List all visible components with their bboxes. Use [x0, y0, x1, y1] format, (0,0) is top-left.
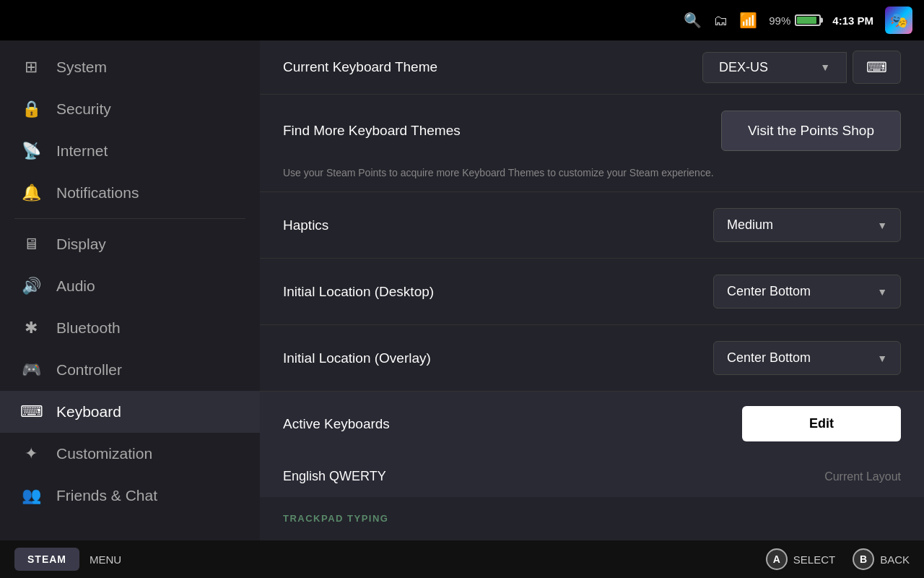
initial-location-overlay-row: Initial Location (Overlay) Center Bottom…	[260, 325, 924, 391]
sidebar-label-customization: Customization	[56, 445, 152, 462]
audio-icon: 🔊	[20, 277, 42, 296]
display-icon: 🖥	[20, 235, 42, 254]
initial-location-overlay-label: Initial Location (Overlay)	[283, 350, 431, 366]
topbar: 🔍 🗂 📶 99% 4:13 PM 🎭	[0, 0, 924, 40]
haptics-label: Haptics	[283, 217, 328, 233]
select-action: A SELECT	[766, 548, 835, 570]
back-label: BACK	[880, 553, 910, 566]
sidebar-label-audio: Audio	[56, 277, 95, 295]
sidebar-item-notifications[interactable]: 🔔 Notifications	[0, 172, 260, 214]
sidebar-label-friends: Friends & Chat	[56, 487, 157, 504]
b-button[interactable]: B	[853, 548, 874, 570]
controller-icon: 🎮	[20, 361, 42, 379]
internet-icon: 📡	[20, 142, 42, 160]
edit-button[interactable]: Edit	[742, 406, 901, 441]
theme-select-container: DEX-US ▼ ⌨	[702, 51, 901, 84]
sidebar-label-display: Display	[56, 236, 106, 253]
sidebar-label-keyboard: Keyboard	[56, 403, 121, 420]
sidebar-divider	[14, 218, 245, 219]
overlay-location-chevron-down-icon: ▼	[877, 353, 887, 364]
keyboard-preview-button[interactable]: ⌨	[853, 51, 901, 84]
sidebar-label-notifications: Notifications	[56, 184, 139, 202]
initial-location-overlay-select[interactable]: Center Bottom ▼	[713, 341, 901, 375]
keyboard-icon: ⌨	[20, 402, 42, 421]
haptics-row: Haptics Medium ▼	[260, 192, 924, 258]
battery-indicator: 99%	[769, 14, 821, 27]
menu-label: MENU	[90, 553, 121, 566]
select-label: SELECT	[793, 553, 835, 566]
sidebar-item-security[interactable]: 🔒 Security	[0, 88, 260, 130]
initial-location-desktop-label: Initial Location (Desktop)	[283, 284, 434, 300]
points-desc: Use your Steam Points to acquire more Ke…	[260, 167, 924, 191]
initial-location-desktop-value: Center Bottom	[727, 284, 811, 299]
sidebar-item-audio[interactable]: 🔊 Audio	[0, 265, 260, 307]
sidebar-label-security: Security	[56, 100, 111, 118]
theme-select-box[interactable]: DEX-US ▼	[702, 52, 847, 83]
initial-location-overlay-value: Center Bottom	[727, 350, 811, 366]
search-icon[interactable]: 🔍	[684, 12, 702, 29]
battery-bar	[795, 14, 821, 26]
desktop-location-chevron-down-icon: ▼	[877, 286, 887, 298]
bottombar: STEAM MENU A SELECT B BACK	[0, 540, 924, 578]
english-qwerty-label: English QWERTY	[283, 469, 386, 484]
theme-chevron-down-icon: ▼	[820, 61, 830, 73]
bluetooth-icon: ✱	[20, 319, 42, 337]
visit-points-shop-button[interactable]: Visit the Points Shop	[721, 111, 901, 151]
security-icon: 🔒	[20, 100, 42, 118]
customization-icon: ✦	[20, 444, 42, 463]
haptics-value: Medium	[727, 217, 773, 233]
sidebar-label-system: System	[56, 59, 107, 76]
sidebar-label-bluetooth: Bluetooth	[56, 319, 121, 337]
sidebar-item-friends[interactable]: 👥 Friends & Chat	[0, 475, 260, 517]
sidebar-item-keyboard[interactable]: ⌨ Keyboard	[0, 391, 260, 433]
battery-percent: 99%	[769, 14, 790, 27]
friends-icon: 👥	[20, 486, 42, 505]
find-more-label: Find More Keyboard Themes	[283, 123, 461, 139]
active-keyboards-label: Active Keyboards	[283, 416, 390, 432]
sidebar-item-customization[interactable]: ✦ Customization	[0, 433, 260, 475]
clock: 4:13 PM	[832, 14, 873, 27]
steam-menu: STEAM MENU	[14, 548, 121, 571]
trackpad-typing-header: TRACKPAD TYPING	[260, 497, 924, 531]
haptics-chevron-down-icon: ▼	[877, 220, 887, 231]
keyboard-theme-label: Current Keyboard Theme	[283, 59, 437, 75]
avatar-emoji: 🎭	[890, 12, 908, 29]
find-more-row: Find More Keyboard Themes Visit the Poin…	[260, 95, 924, 167]
theme-select-value: DEX-US	[719, 60, 768, 75]
initial-location-desktop-row: Initial Location (Desktop) Center Bottom…	[260, 259, 924, 324]
haptics-select[interactable]: Medium ▼	[713, 208, 901, 242]
avatar[interactable]: 🎭	[885, 7, 912, 34]
signal-icon: 📶	[739, 12, 757, 29]
store-icon[interactable]: 🗂	[713, 12, 728, 29]
back-action: B BACK	[853, 548, 910, 570]
sidebar-item-display[interactable]: 🖥 Display	[0, 223, 260, 265]
steam-button[interactable]: STEAM	[14, 548, 79, 571]
a-button[interactable]: A	[766, 548, 788, 570]
system-icon: ⊞	[20, 58, 42, 77]
topbar-icons: 🔍 🗂 📶 99% 4:13 PM 🎭	[684, 7, 912, 34]
sidebar-item-bluetooth[interactable]: ✱ Bluetooth	[0, 307, 260, 349]
sidebar-item-controller[interactable]: 🎮 Controller	[0, 349, 260, 391]
sidebar: ⊞ System 🔒 Security 📡 Internet 🔔 Notific…	[0, 40, 260, 540]
main-content: Current Keyboard Theme DEX-US ▼ ⌨ Find M…	[260, 40, 924, 540]
sidebar-item-internet[interactable]: 📡 Internet	[0, 130, 260, 172]
current-layout-label: Current Layout	[824, 470, 901, 483]
notifications-icon: 🔔	[20, 184, 42, 202]
keyboard-layout-row: English QWERTY Current Layout	[260, 456, 924, 497]
bottom-actions: A SELECT B BACK	[766, 548, 910, 570]
initial-location-desktop-select[interactable]: Center Bottom ▼	[713, 275, 901, 309]
keyboard-theme-row: Current Keyboard Theme DEX-US ▼ ⌨	[260, 40, 924, 94]
sidebar-label-internet: Internet	[56, 142, 108, 160]
active-keyboards-row: Active Keyboards Edit	[260, 392, 924, 456]
battery-fill	[797, 17, 816, 24]
sidebar-label-controller: Controller	[56, 361, 122, 379]
sidebar-item-system[interactable]: ⊞ System	[0, 46, 260, 88]
